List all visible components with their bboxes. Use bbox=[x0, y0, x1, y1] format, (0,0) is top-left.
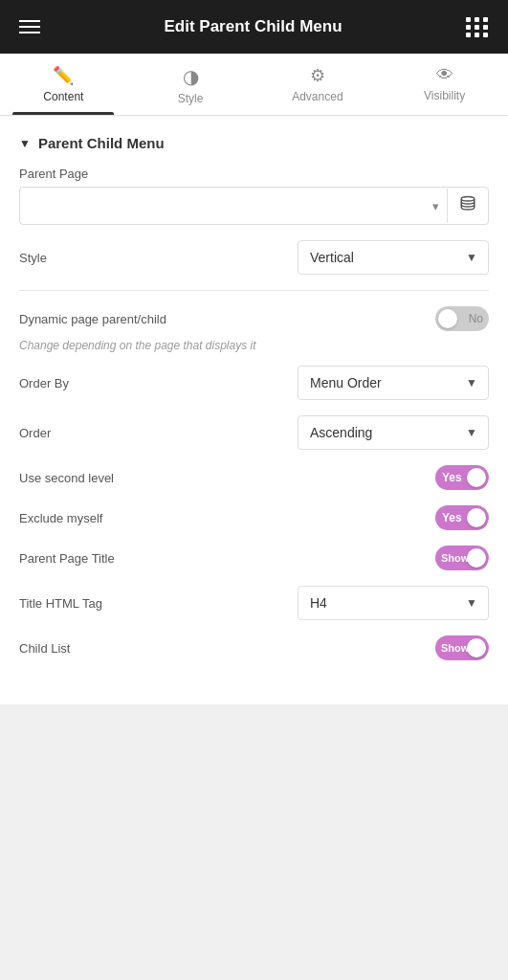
tab-style[interactable]: ◑ Style bbox=[127, 54, 254, 115]
dynamic-page-group: Dynamic page parent/child No bbox=[19, 306, 489, 331]
style-group: Style Vertical Horizontal Dropdown ▼ bbox=[19, 240, 489, 275]
exclude-myself-toggle[interactable]: Yes bbox=[435, 505, 489, 530]
parent-page-dropdown-arrow[interactable]: ▾ bbox=[425, 199, 447, 213]
grid-icon[interactable] bbox=[466, 17, 489, 37]
use-second-level-slider: Yes bbox=[435, 465, 489, 490]
page-title: Edit Parent Child Menu bbox=[164, 17, 342, 36]
eye-icon: 👁 bbox=[436, 65, 453, 85]
section-title: Parent Child Menu bbox=[38, 135, 165, 151]
style-icon: ◑ bbox=[183, 65, 199, 88]
child-list-group: Child List Show bbox=[19, 635, 489, 660]
section-header: ▼ Parent Child Menu bbox=[19, 116, 489, 167]
style-select-wrapper: Vertical Horizontal Dropdown ▼ bbox=[298, 240, 489, 275]
title-html-tag-select[interactable]: H4 H1H2H3 H5H6 pspandiv bbox=[298, 586, 489, 620]
tab-visibility[interactable]: 👁 Visibility bbox=[381, 54, 508, 115]
order-select[interactable]: Ascending Descending bbox=[298, 415, 489, 450]
edit-icon: ✏️ bbox=[53, 65, 74, 86]
dynamic-page-toggle[interactable]: No bbox=[435, 306, 489, 331]
title-html-tag-select-wrapper: H4 H1H2H3 H5H6 pspandiv ▼ bbox=[298, 586, 489, 620]
order-by-select[interactable]: Menu Order Date Title ID bbox=[298, 366, 489, 400]
parent-page-group: Parent Page ▾ bbox=[19, 167, 489, 225]
order-group: Order Ascending Descending ▼ bbox=[19, 415, 489, 450]
parent-page-title-group: Parent Page Title Show bbox=[19, 546, 489, 570]
use-second-level-yes-label: Yes bbox=[442, 471, 462, 484]
exclude-myself-group: Exclude myself Yes bbox=[19, 505, 489, 530]
tab-content[interactable]: ✏️ Content bbox=[0, 54, 127, 115]
dynamic-page-toggle-container: No bbox=[435, 306, 489, 331]
dynamic-page-label: Dynamic page parent/child bbox=[19, 312, 166, 326]
use-second-level-toggle[interactable]: Yes bbox=[435, 465, 489, 490]
database-icon[interactable] bbox=[448, 188, 488, 224]
use-second-level-group: Use second level Yes bbox=[19, 465, 489, 490]
style-select[interactable]: Vertical Horizontal Dropdown bbox=[298, 240, 489, 275]
exclude-myself-yes-label: Yes bbox=[442, 511, 462, 524]
order-select-wrapper: Ascending Descending ▼ bbox=[298, 415, 489, 450]
tabs-bar: ✏️ Content ◑ Style ⚙ Advanced 👁 Visibili… bbox=[0, 54, 508, 116]
order-label: Order bbox=[19, 426, 51, 440]
child-list-show-label: Show bbox=[441, 642, 469, 654]
exclude-myself-slider: Yes bbox=[435, 505, 489, 530]
order-by-label: Order By bbox=[19, 376, 69, 390]
parent-page-title-toggle[interactable]: Show bbox=[435, 546, 489, 570]
parent-page-label: Parent Page bbox=[19, 167, 489, 181]
title-html-tag-group: Title HTML Tag H4 H1H2H3 H5H6 pspandiv ▼ bbox=[19, 586, 489, 620]
header: Edit Parent Child Menu bbox=[0, 0, 508, 54]
child-list-slider: Show bbox=[435, 635, 489, 660]
tab-advanced[interactable]: ⚙ Advanced bbox=[254, 54, 382, 115]
order-by-select-wrapper: Menu Order Date Title ID ▼ bbox=[298, 366, 489, 400]
hamburger-icon[interactable] bbox=[19, 20, 40, 33]
parent-page-input[interactable] bbox=[20, 190, 425, 221]
child-list-label: Child List bbox=[19, 641, 70, 656]
dynamic-page-no-label: No bbox=[469, 312, 483, 325]
collapse-arrow-icon[interactable]: ▼ bbox=[19, 137, 31, 150]
divider-1 bbox=[19, 290, 489, 291]
dynamic-page-slider: No bbox=[435, 306, 489, 331]
main-content: ▼ Parent Child Menu Parent Page ▾ Style … bbox=[0, 116, 508, 704]
exclude-myself-label: Exclude myself bbox=[19, 511, 102, 525]
style-label: Style bbox=[19, 251, 47, 265]
parent-page-title-slider: Show bbox=[435, 546, 489, 570]
svg-point-0 bbox=[461, 197, 475, 202]
parent-page-title-label: Parent Page Title bbox=[19, 551, 115, 566]
order-by-group: Order By Menu Order Date Title ID ▼ bbox=[19, 366, 489, 400]
child-list-toggle[interactable]: Show bbox=[435, 635, 489, 660]
parent-page-title-show-label: Show bbox=[441, 552, 469, 564]
parent-page-input-container: ▾ bbox=[19, 187, 489, 225]
title-html-tag-label: Title HTML Tag bbox=[19, 596, 102, 611]
use-second-level-label: Use second level bbox=[19, 471, 114, 485]
gear-icon: ⚙ bbox=[310, 65, 325, 86]
dynamic-page-helper: Change depending on the page that displa… bbox=[19, 339, 489, 352]
